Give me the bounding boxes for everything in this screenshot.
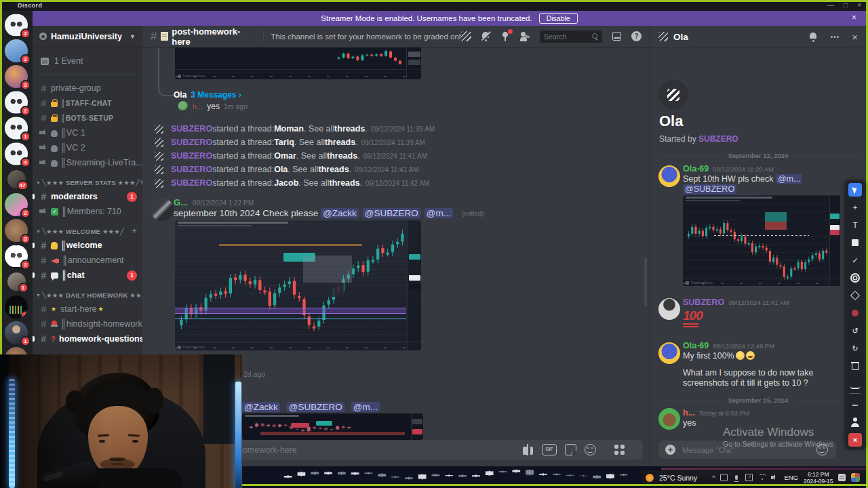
screen-tray-icon[interactable] xyxy=(745,474,753,481)
pinned-messages-icon[interactable] xyxy=(500,31,511,41)
thread-name[interactable]: Omar xyxy=(274,151,296,161)
see-all-threads-link[interactable]: threads xyxy=(325,138,355,147)
person-tool-icon[interactable] xyxy=(848,415,862,429)
move-tool-icon[interactable]: + xyxy=(848,201,862,214)
server-icon-12[interactable]: 1 xyxy=(5,321,28,344)
tray-expand-icon[interactable]: ^ xyxy=(712,474,715,481)
see-all-threads-link[interactable]: threads xyxy=(329,178,359,188)
thread-preview-reply[interactable]: h... yes 1m ago xyxy=(178,101,248,112)
help-icon[interactable]: ? xyxy=(631,31,642,41)
server-icon-2[interactable]: 3 xyxy=(5,65,28,88)
sidebar-item-start-here[interactable]: #★start-here★ xyxy=(33,302,142,317)
sidebar-item-streaming-livetra[interactable]: ║Streaming-LiveTra... xyxy=(33,155,142,170)
gift-icon[interactable] xyxy=(522,444,534,455)
save-tool-icon[interactable] xyxy=(850,378,860,389)
thread-starter[interactable]: SUBZERO xyxy=(698,134,738,144)
message-author[interactable]: Ola-69 xyxy=(683,341,709,350)
mention-pill[interactable]: @m... xyxy=(776,174,803,184)
avatar[interactable] xyxy=(658,342,680,364)
thread-name[interactable]: Tariq xyxy=(274,138,294,147)
taskbar-clock[interactable]: 6:12 PM 2024-09-15 xyxy=(804,471,833,485)
system-message-thread-moman[interactable]: SUBZERO started a thread: Moman. See all… xyxy=(142,122,650,136)
chart-attachment-top[interactable]: TradingView xyxy=(175,47,421,79)
system-message-user[interactable]: SUBZERO xyxy=(171,151,212,161)
message-author[interactable]: G... xyxy=(174,197,188,207)
disable-streamer-mode-button[interactable]: Disable xyxy=(539,13,578,24)
language-indicator[interactable]: ENG xyxy=(784,474,798,481)
sidebar-item-bots-setup[interactable]: #║BOTS-SETUP xyxy=(33,110,142,125)
close-tool-icon[interactable]: × xyxy=(848,433,862,447)
mic-tray-icon[interactable] xyxy=(735,475,738,480)
system-message-thread-tariq[interactable]: SUBZERO started a thread: Tariq. See all… xyxy=(142,136,650,149)
sidebar-item-vc-2[interactable]: ║VC 2 xyxy=(33,140,142,155)
avatar[interactable] xyxy=(151,198,174,221)
server-icon-9[interactable]: 2 xyxy=(5,245,28,268)
see-all-threads-link[interactable]: threads xyxy=(334,124,365,134)
check-tool-icon[interactable]: ✓ xyxy=(848,253,862,267)
see-all-threads-link[interactable]: threads xyxy=(318,165,349,174)
redo-tool-icon[interactable]: ↻ xyxy=(848,342,862,355)
mention-pill[interactable]: @Zackk xyxy=(242,402,280,412)
system-message-user[interactable]: SUBZERO xyxy=(171,165,212,174)
focus-tool-icon[interactable] xyxy=(848,271,862,285)
sidebar-item-vc-1[interactable]: ║VC 1 xyxy=(33,125,142,140)
inbox-icon[interactable] xyxy=(612,31,622,41)
window-maximize-button[interactable]: □ xyxy=(844,1,848,10)
chart-attachment-bottom[interactable] xyxy=(242,413,423,440)
sidebar-item-events[interactable]: 1 Event xyxy=(33,53,142,69)
system-message-user[interactable]: SUBZERO xyxy=(171,178,212,188)
text-tool-icon[interactable]: T xyxy=(848,218,862,232)
system-message-user[interactable]: SUBZERO xyxy=(171,138,212,147)
sidebar-item-private-group[interactable]: #private-group xyxy=(33,81,142,96)
message-author[interactable]: SUBZERO xyxy=(683,298,724,307)
see-all-threads-link[interactable]: threads xyxy=(327,151,357,161)
wifi-tray-icon[interactable] xyxy=(758,474,766,481)
server-icon-8[interactable]: 3 xyxy=(5,219,28,242)
volume-tray-icon[interactable] xyxy=(771,474,778,481)
search-input[interactable]: Search xyxy=(540,30,602,43)
message-author[interactable]: Ola-69 xyxy=(683,164,709,174)
avatar[interactable] xyxy=(658,165,680,187)
system-message-thread-jacob[interactable]: SUBZERO started a thread: Jacob. See all… xyxy=(142,176,650,190)
thread-close-icon[interactable]: × xyxy=(852,31,858,43)
undo-tool-icon[interactable]: ↺ xyxy=(848,324,862,338)
thread-message-input[interactable]: Message "Ola" xyxy=(658,441,836,459)
chart-attachment-thread[interactable]: TradingView xyxy=(683,195,840,286)
notification-center-icon[interactable] xyxy=(838,474,846,481)
system-message-user[interactable]: SUBZERO xyxy=(171,124,212,134)
emoji-icon[interactable] xyxy=(816,444,828,455)
server-icon-10[interactable]: 1 xyxy=(7,272,26,291)
server-icon-6[interactable]: 47 xyxy=(7,170,26,188)
server-icon-1[interactable]: 2 xyxy=(5,39,28,62)
message-author[interactable]: h... xyxy=(683,408,695,418)
server-header[interactable]: ◉ HamuziUniversity ▼ xyxy=(33,26,142,47)
sidebar-item-hindsight-homework[interactable]: #║hindsight-homework xyxy=(33,317,142,331)
apps-icon[interactable] xyxy=(614,444,625,455)
gif-icon[interactable]: GIF xyxy=(542,444,557,455)
sidebar-item-homework-questions[interactable]: #?homework-questions xyxy=(33,331,142,346)
sidebar-item-members-710[interactable]: ✓║Members: 710 xyxy=(33,204,142,219)
weather-widget[interactable]: 25°C Sunny xyxy=(659,474,697,482)
server-icon-11[interactable]: 1 xyxy=(5,296,28,319)
banner-close-icon[interactable]: × xyxy=(852,13,856,22)
member-list-icon[interactable] xyxy=(520,31,530,41)
system-message-thread-omar[interactable]: SUBZERO started a thread: Omar. See all … xyxy=(142,149,650,163)
attach-plus-icon[interactable] xyxy=(665,445,675,455)
chat-scrollbar[interactable] xyxy=(644,258,647,306)
channel-category[interactable]: ▼╲★★★ WELCOME ★★★╱+ xyxy=(33,224,142,238)
trash-tool-icon[interactable] xyxy=(848,359,862,373)
notifications-muted-icon[interactable] xyxy=(481,31,491,41)
cursor-tool-icon[interactable] xyxy=(848,183,862,197)
channel-category[interactable]: ▼╲★★★ DAILY HOMEWORK ★★...╱+ xyxy=(33,288,142,302)
system-message-thread-ola[interactable]: SUBZERO started a thread: Ola. See all t… xyxy=(142,163,650,176)
weather-icon[interactable] xyxy=(646,474,654,482)
server-icon-0[interactable]: 2 xyxy=(5,14,28,37)
record-tool-icon[interactable] xyxy=(848,306,862,320)
mention-pill[interactable]: @SUBZERO xyxy=(363,208,420,218)
thread-more-icon[interactable]: ••• xyxy=(831,33,840,41)
diamond-tool-icon[interactable] xyxy=(848,289,862,302)
thread-name[interactable]: Ola xyxy=(274,165,288,174)
sidebar-item-chat[interactable]: #║chat1 xyxy=(33,268,142,283)
chart-attachment-main[interactable]: TradingView xyxy=(175,220,421,350)
window-tray-icon[interactable] xyxy=(720,474,728,481)
